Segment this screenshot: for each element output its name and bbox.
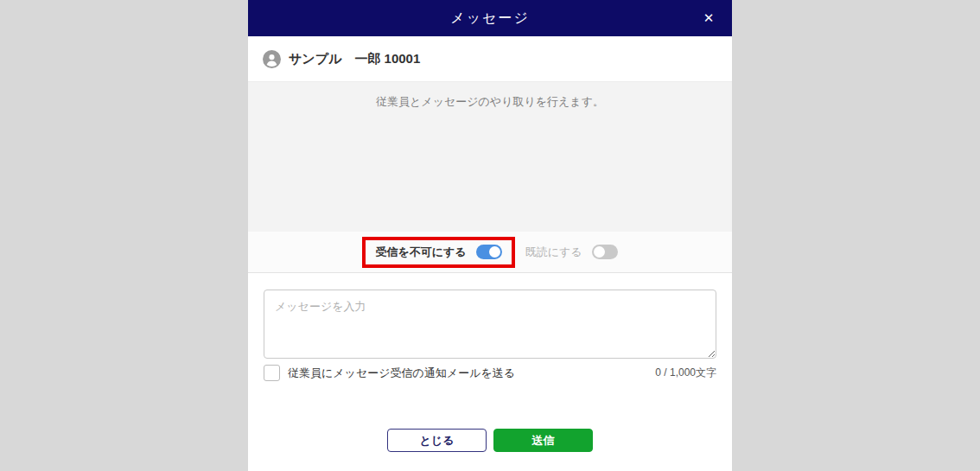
toggle-knob — [594, 246, 605, 258]
notify-row: 従業員にメッセージ受信の通知メールを送る 0 / 1,000文字 — [264, 365, 716, 381]
char-counter: 0 / 1,000文字 — [655, 366, 716, 380]
message-modal: メッセージ ✕ サンプル 一郎 10001 従業員とメッセージのやり取りを行えま… — [248, 0, 732, 471]
footer-buttons: とじる 送信 — [264, 429, 716, 452]
modal-title: メッセージ — [450, 10, 530, 28]
toggle-knob — [489, 246, 500, 258]
mark-read-toggle[interactable] — [592, 245, 618, 259]
user-row: サンプル 一郎 10001 — [248, 36, 732, 82]
message-input[interactable] — [264, 290, 716, 359]
conversation-empty-text: 従業員とメッセージのやり取りを行えます。 — [248, 94, 732, 110]
modal-header: メッセージ ✕ — [248, 0, 732, 36]
notify-checkbox-label: 従業員にメッセージ受信の通知メールを送る — [288, 366, 515, 381]
notify-checkbox[interactable] — [264, 365, 280, 381]
user-name: サンプル 一郎 10001 — [289, 51, 420, 67]
block-receive-toggle[interactable] — [476, 245, 502, 259]
mark-read-group: 既読にする — [525, 245, 618, 260]
conversation-area: 従業員とメッセージのやり取りを行えます。 — [248, 82, 732, 232]
send-button[interactable]: 送信 — [493, 429, 593, 452]
block-receive-label: 受信を不可にする — [375, 245, 466, 260]
toggle-bar: 受信を不可にする 既読にする — [248, 232, 732, 273]
close-icon[interactable]: ✕ — [696, 0, 722, 36]
annotation-highlight-box: 受信を不可にする — [362, 237, 514, 268]
mark-read-label: 既読にする — [525, 245, 582, 260]
avatar — [263, 50, 281, 68]
notify-checkbox-group: 従業員にメッセージ受信の通知メールを送る — [264, 365, 515, 381]
close-button[interactable]: とじる — [387, 429, 487, 452]
composer-section: 従業員にメッセージ受信の通知メールを送る 0 / 1,000文字 とじる 送信 — [248, 273, 732, 471]
